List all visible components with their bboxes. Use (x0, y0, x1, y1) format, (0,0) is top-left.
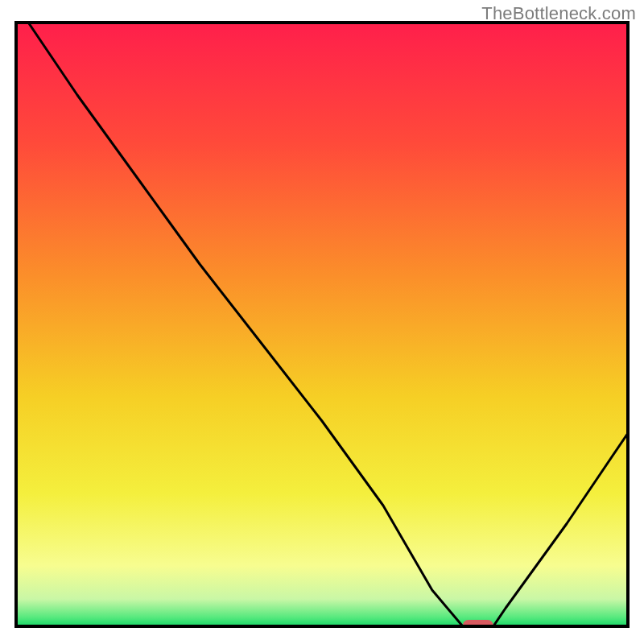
gradient-background (16, 23, 628, 626)
chart-container: TheBottleneck.com (0, 0, 644, 644)
watermark-text: TheBottleneck.com (481, 3, 636, 24)
bottleneck-chart (0, 0, 644, 644)
